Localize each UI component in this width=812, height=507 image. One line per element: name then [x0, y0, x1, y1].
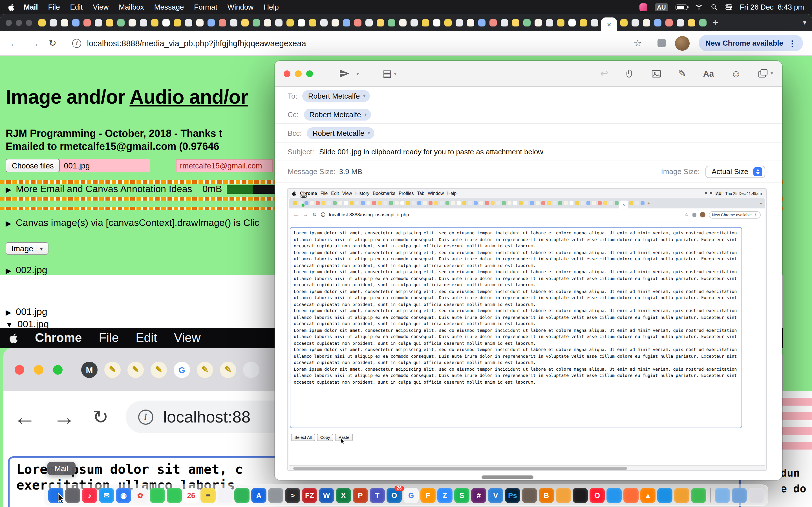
bcc-field[interactable]: Bcc: Robert Metcalfe▾ — [274, 124, 782, 143]
dock-icon-vscode[interactable]: V — [488, 488, 503, 503]
tab-favicon[interactable] — [399, 19, 406, 26]
tab-favicon[interactable] — [173, 19, 181, 26]
undo-icon[interactable]: ↩ — [600, 69, 608, 78]
address-bar[interactable]: i localhost:8888/media_via_pb.php?jhfgjh… — [66, 34, 649, 52]
wifi-icon[interactable] — [695, 3, 703, 11]
input-source-indicator[interactable]: AU — [655, 3, 668, 11]
profile-avatar[interactable] — [675, 36, 690, 50]
tab-favicon[interactable] — [467, 19, 474, 26]
dock-icon-maps[interactable] — [234, 488, 250, 503]
dock-icon-numbers[interactable] — [691, 488, 706, 503]
cc-field[interactable]: Cc: Robert Metcalfe▾ — [274, 105, 782, 124]
menu-item[interactable]: Mail — [24, 3, 38, 11]
apple-menu-icon[interactable] — [8, 3, 15, 11]
menu-item[interactable]: View — [93, 3, 109, 11]
disclosure-triangle-icon[interactable]: ▶ — [6, 185, 11, 193]
dock-icon-launchpad[interactable] — [65, 488, 80, 503]
tab-favicon[interactable] — [444, 19, 451, 26]
menu-item[interactable]: Edit — [70, 3, 83, 11]
message-body[interactable]: ChromeFileEditViewHistoryBookmarksProfil… — [274, 182, 782, 480]
recipient-token[interactable]: Robert Metcalfe▾ — [304, 108, 371, 120]
dock-icon-docker[interactable] — [606, 488, 622, 503]
details-more-email[interactable]: ▶ More Email and Canvas Annotation Ideas… — [6, 184, 276, 195]
insert-photo-icon[interactable] — [651, 68, 661, 78]
window-minimize-icon[interactable] — [16, 19, 22, 25]
dock-icon-messages[interactable] — [150, 488, 165, 503]
dock-icon-outlook[interactable]: O26 — [387, 488, 402, 503]
dock-icon-downloads-folder[interactable] — [715, 488, 730, 503]
tab-favicon[interactable] — [591, 19, 598, 26]
disclosure-triangle-icon[interactable]: ▶ — [6, 219, 11, 227]
tab-favicon[interactable] — [117, 19, 124, 26]
disclosure-triangle-icon[interactable]: ▶ — [6, 266, 11, 275]
tab-favicon[interactable] — [151, 19, 158, 26]
dock-icon-pages[interactable] — [674, 488, 689, 503]
dock-icon-word[interactable]: W — [319, 488, 334, 503]
email-input[interactable]: rmetcalfe15@gmail.com — [176, 159, 273, 172]
dock-icon-reminders[interactable] — [217, 488, 233, 503]
recipient-token[interactable]: Robert Metcalfe▾ — [303, 90, 370, 102]
dock-icon-blender[interactable]: B — [539, 488, 554, 503]
dock-icon-calendar[interactable]: 26 — [184, 488, 199, 503]
dock-icon-facetime[interactable] — [167, 488, 182, 503]
tab-favicon[interactable] — [620, 19, 627, 26]
tab-favicon[interactable] — [106, 19, 113, 26]
menu-item[interactable]: Help — [264, 3, 279, 11]
tab-favicon[interactable] — [354, 19, 361, 26]
header-fields-button[interactable]: ▤▾ — [383, 68, 396, 79]
dock-icon-spotify[interactable]: S — [454, 488, 469, 503]
disclosure-triangle-icon[interactable]: ▶ — [6, 308, 11, 316]
choose-files-button[interactable]: Choose files — [6, 159, 60, 172]
tab-favicon[interactable] — [230, 19, 237, 26]
tab-favicon[interactable] — [241, 19, 248, 26]
tab-favicon[interactable] — [643, 19, 650, 26]
menu-bar-clock[interactable]: Fri 26 Dec 8:43 pm — [740, 3, 804, 11]
tab-favicon[interactable] — [185, 19, 192, 26]
tab-favicon[interactable] — [478, 19, 485, 26]
dock-icon-excel[interactable]: X — [336, 488, 351, 503]
disclosure-triangle-open-icon[interactable]: ▼ — [6, 320, 13, 329]
details-canvas[interactable]: ▶ Canvas image(s) via [canvasContext].dr… — [6, 217, 259, 229]
extensions-icon[interactable] — [658, 39, 666, 47]
tab-favicon[interactable] — [331, 19, 339, 26]
dock-icon-mail[interactable]: ✉ — [99, 488, 114, 503]
menu-item[interactable]: Format — [194, 3, 217, 11]
window-close-icon[interactable] — [6, 19, 12, 25]
tab-favicon[interactable] — [286, 19, 294, 26]
bookmark-star-icon[interactable]: ☆ — [633, 38, 642, 48]
mail-scrollbar-thumb[interactable] — [481, 475, 534, 479]
tab-favicon[interactable] — [275, 19, 282, 26]
chevron-down-icon[interactable]: ▾ — [363, 93, 365, 98]
chrome-update-button[interactable]: New Chrome available ⋮ — [699, 35, 803, 51]
tab-favicon[interactable] — [546, 19, 553, 26]
tab-favicon[interactable] — [128, 19, 136, 26]
tab-favicon[interactable] — [297, 19, 305, 26]
tab-favicon[interactable] — [83, 19, 91, 26]
recipient-token[interactable]: Robert Metcalfe▾ — [307, 127, 375, 139]
reload-button[interactable]: ↻ — [49, 38, 57, 48]
dock-icon-obs[interactable] — [573, 488, 588, 503]
dock-icon-terminal[interactable]: > — [285, 488, 300, 503]
tab-favicon[interactable] — [579, 19, 587, 26]
close-tab-icon[interactable]: × — [607, 20, 611, 28]
tab-favicon[interactable] — [665, 19, 672, 26]
tab-favicon[interactable] — [699, 19, 706, 26]
audio-link[interactable]: Audio and/or — [130, 86, 248, 108]
dock-icon-trash[interactable] — [749, 488, 764, 503]
forward-button[interactable]: → — [29, 38, 40, 48]
tab-favicon[interactable] — [388, 19, 395, 26]
tab-favicon[interactable] — [252, 19, 260, 26]
photo-browser-icon[interactable]: ▾ — [758, 68, 773, 78]
tab-favicon[interactable] — [38, 19, 45, 26]
tab-favicon[interactable] — [676, 19, 684, 26]
dock-icon-music[interactable]: ♪ — [82, 488, 97, 503]
dock-icon-app-store[interactable]: A — [251, 488, 266, 503]
dock-icon-filezilla[interactable]: FZ — [302, 488, 317, 503]
menu-item[interactable]: Window — [227, 3, 254, 11]
to-field[interactable]: To: Robert Metcalfe▾ — [274, 87, 782, 105]
tab-favicon[interactable] — [433, 19, 440, 26]
back-button[interactable]: ← — [9, 38, 20, 48]
menu-item[interactable]: Mailbox — [119, 3, 144, 11]
dock-icon-documents-folder[interactable] — [732, 488, 747, 503]
tab-favicon[interactable] — [207, 19, 214, 26]
